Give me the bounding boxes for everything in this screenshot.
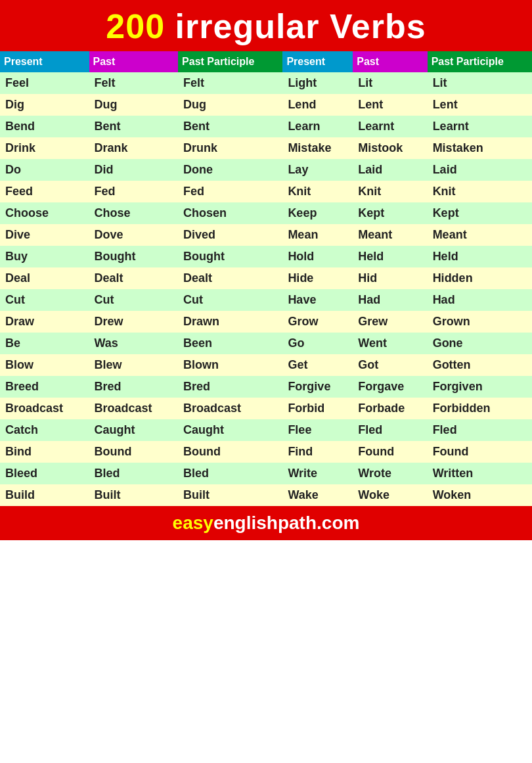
table-cell: Catch (0, 419, 89, 441)
table-cell: Lay (282, 159, 353, 181)
table-cell: Broadcast (178, 398, 282, 419)
table-cell: Bound (89, 441, 179, 463)
table-cell: Dug (89, 94, 179, 116)
table-cell: Mistake (282, 137, 353, 159)
table-cell: Bent (89, 116, 179, 137)
table-cell: Hold (282, 246, 353, 267)
table-cell: Mean (282, 224, 353, 246)
table-cell: Grew (353, 311, 427, 333)
table-cell: Blew (89, 354, 179, 376)
table-cell: Buy (0, 246, 89, 267)
table-cell: Found (428, 441, 532, 463)
table-cell: Bind (0, 441, 89, 463)
table-cell: Build (0, 484, 89, 506)
table-cell: Laid (428, 159, 532, 181)
table-cell: Bend (0, 116, 89, 137)
table-cell: Drawn (178, 311, 282, 333)
table-cell: Mistaken (428, 137, 532, 159)
table-cell: Wrote (353, 463, 427, 484)
table-cell: Dig (0, 94, 89, 116)
table-cell: Broadcast (0, 398, 89, 419)
table-cell: Hid (353, 267, 427, 289)
table-cell: Dug (178, 94, 282, 116)
table-cell: Feed (0, 181, 89, 202)
table-cell: Kept (353, 202, 427, 224)
table-cell: Forgave (353, 376, 427, 398)
footer-easy: easy (173, 513, 213, 533)
table-cell: Held (353, 246, 427, 267)
table-row: BroadcastBroadcastBroadcastForbidForbade… (0, 398, 532, 419)
table-cell: Caught (178, 419, 282, 441)
table-cell: Write (282, 463, 353, 484)
table-row: ChooseChoseChosenKeepKeptKept (0, 202, 532, 224)
table-cell: Broadcast (89, 398, 179, 419)
table-cell: Feel (0, 72, 89, 94)
verb-table-wrapper: Present Past Past Participle Present Pas… (0, 51, 532, 506)
table-row: BuyBoughtBoughtHoldHeldHeld (0, 246, 532, 267)
page-title: 200 irregular Verbs (0, 7, 532, 46)
table-row: DealDealtDealtHideHidHidden (0, 267, 532, 289)
table-cell: Fed (178, 181, 282, 202)
col-header-pastpart-1: Past Participle (178, 51, 282, 72)
title-number: 200 (106, 7, 165, 45)
table-cell: Lit (428, 72, 532, 94)
table-row: DiveDoveDivedMeanMeantMeant (0, 224, 532, 246)
table-row: DoDidDoneLayLaidLaid (0, 159, 532, 181)
table-cell: Chose (89, 202, 179, 224)
table-cell: Learn (282, 116, 353, 137)
table-cell: Light (282, 72, 353, 94)
table-cell: Chosen (178, 202, 282, 224)
table-cell: Go (282, 333, 353, 354)
table-cell: Have (282, 289, 353, 311)
col-header-past-2: Past (353, 51, 427, 72)
table-cell: Knit (282, 181, 353, 202)
col-header-pastpart-2: Past Participle (428, 51, 532, 72)
table-cell: Fed (89, 181, 179, 202)
table-cell: Kept (428, 202, 532, 224)
table-cell: Mistook (353, 137, 427, 159)
table-cell: Bleed (0, 463, 89, 484)
table-cell: Got (353, 354, 427, 376)
table-row: BindBoundBoundFindFoundFound (0, 441, 532, 463)
table-cell: Blown (178, 354, 282, 376)
table-cell: Lit (353, 72, 427, 94)
table-row: BreedBredBredForgiveForgaveForgiven (0, 376, 532, 398)
table-cell: Find (282, 441, 353, 463)
table-row: BendBentBentLearnLearntLearnt (0, 116, 532, 137)
table-cell: Learnt (428, 116, 532, 137)
table-cell: Meant (353, 224, 427, 246)
footer: easyenglishpath.com (0, 506, 532, 540)
table-cell: Dove (89, 224, 179, 246)
table-cell: Bred (178, 376, 282, 398)
table-cell: Was (89, 333, 179, 354)
table-cell: Bought (89, 246, 179, 267)
table-cell: Drink (0, 137, 89, 159)
table-row: DrawDrewDrawnGrowGrewGrown (0, 311, 532, 333)
table-cell: Gone (428, 333, 532, 354)
table-cell: Breed (0, 376, 89, 398)
table-cell: Forbid (282, 398, 353, 419)
table-row: CatchCaughtCaughtFleeFledFled (0, 419, 532, 441)
table-row: DigDugDugLendLentLent (0, 94, 532, 116)
table-row: FeedFedFedKnitKnitKnit (0, 181, 532, 202)
table-cell: Dealt (178, 267, 282, 289)
table-cell: Done (178, 159, 282, 181)
header: 200 irregular Verbs (0, 0, 532, 51)
table-cell: Drew (89, 311, 179, 333)
table-cell: Written (428, 463, 532, 484)
table-cell: Drank (89, 137, 179, 159)
table-row: DrinkDrankDrunkMistakeMistookMistaken (0, 137, 532, 159)
table-row: BeWasBeenGoWentGone (0, 333, 532, 354)
table-cell: Cut (0, 289, 89, 311)
table-cell: Grow (282, 311, 353, 333)
table-cell: Hidden (428, 267, 532, 289)
table-cell: Deal (0, 267, 89, 289)
table-cell: Forgive (282, 376, 353, 398)
col-header-past-1: Past (89, 51, 179, 72)
table-cell: Built (89, 484, 179, 506)
table-cell: Bled (89, 463, 179, 484)
table-cell: Knit (353, 181, 427, 202)
table-cell: Do (0, 159, 89, 181)
table-cell: Had (353, 289, 427, 311)
table-cell: Felt (89, 72, 179, 94)
